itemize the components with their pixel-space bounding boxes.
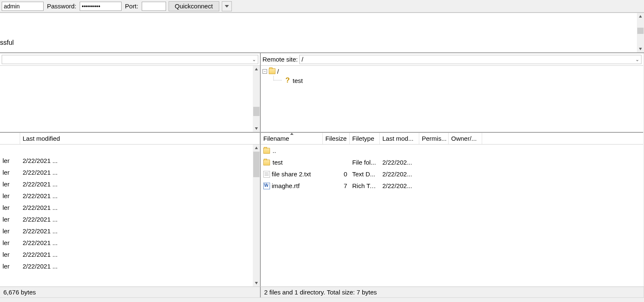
cell-last-modified: 2/22/202... bbox=[380, 159, 419, 166]
remote-tree[interactable]: − / ? test bbox=[261, 66, 643, 133]
cell-filetype: ler bbox=[0, 251, 20, 258]
password-label: Password: bbox=[46, 3, 77, 10]
svg-marker-1 bbox=[639, 48, 642, 50]
log-scrollbar[interactable] bbox=[637, 13, 644, 52]
folder-icon bbox=[263, 148, 270, 154]
remote-file-list[interactable]: Filename Filesize Filetype Last mod... P… bbox=[261, 133, 643, 287]
cell-filename: file share 2.txt bbox=[261, 170, 323, 178]
cell-last-modified: 2/22/202... bbox=[380, 182, 419, 189]
remote-site-input[interactable] bbox=[300, 55, 634, 64]
log-pane: ssful bbox=[0, 13, 644, 53]
list-item[interactable]: ler2/22/2021 ... bbox=[0, 190, 260, 201]
cell-filetype: ler bbox=[0, 192, 20, 199]
tree-collapse-icon[interactable]: − bbox=[262, 69, 267, 74]
tree-node-label: / bbox=[277, 68, 279, 75]
column-last-modified[interactable]: Last mod... bbox=[380, 133, 419, 144]
list-item[interactable]: ler2/22/2021 ... bbox=[0, 260, 260, 272]
cell-filetype: ler bbox=[0, 157, 20, 164]
scroll-down-icon[interactable] bbox=[253, 279, 260, 287]
cell-filetype: ler bbox=[0, 181, 20, 188]
cell-filename: test bbox=[261, 159, 323, 166]
list-item[interactable]: ler2/22/2021 ... bbox=[0, 155, 260, 166]
password-input[interactable] bbox=[80, 2, 122, 11]
cell-last-modified: 2/22/2021 ... bbox=[20, 157, 260, 164]
list-item[interactable]: imaghe.rtf7Rich Te...2/22/202... bbox=[261, 180, 643, 191]
column-permissions[interactable]: Permis... bbox=[419, 133, 449, 144]
username-input[interactable] bbox=[2, 2, 44, 11]
cell-filetype: Text D... bbox=[350, 170, 380, 178]
filename-label: imaghe.rtf bbox=[272, 182, 300, 189]
list-item[interactable]: ler2/22/2021 ... bbox=[0, 166, 260, 178]
cell-filetype: ler bbox=[0, 204, 20, 211]
scroll-down-icon[interactable] bbox=[637, 45, 644, 52]
local-site-bar: ⌄ bbox=[0, 53, 260, 66]
remote-site-label: Remote site: bbox=[262, 56, 298, 63]
list-item[interactable]: ler2/22/2021 ... bbox=[0, 225, 260, 237]
cell-last-modified: 2/22/2021 ... bbox=[20, 169, 260, 176]
cell-last-modified: 2/22/2021 ... bbox=[20, 239, 260, 246]
filename-label: test bbox=[273, 159, 283, 166]
cell-last-modified: 2/22/2021 ... bbox=[20, 227, 260, 235]
local-site-input[interactable] bbox=[2, 55, 250, 64]
svg-marker-2 bbox=[255, 68, 258, 70]
column-filetype-partial[interactable] bbox=[0, 133, 20, 144]
scroll-up-icon[interactable] bbox=[253, 66, 260, 73]
chevron-down-icon bbox=[225, 5, 229, 8]
column-filename-label: Filename bbox=[263, 135, 289, 142]
list-item[interactable]: ler2/22/2021 ... bbox=[0, 201, 260, 213]
local-site-combo[interactable]: ⌄ bbox=[2, 55, 258, 64]
column-filename[interactable]: Filename bbox=[261, 133, 323, 144]
folder-icon bbox=[269, 68, 275, 74]
local-tree[interactable] bbox=[0, 66, 260, 133]
list-item[interactable]: testFile fol...2/22/202... bbox=[261, 156, 643, 168]
cell-last-modified: 2/22/2021 ... bbox=[20, 216, 260, 223]
status-bar: 6,676 bytes 2 files and 1 directory. Tot… bbox=[0, 287, 644, 297]
list-item[interactable]: ler2/22/2021 ... bbox=[0, 213, 260, 225]
main-split: ⌄ Last modified ler2/22/2021 ...ler2/22/… bbox=[0, 53, 644, 287]
local-file-list[interactable]: Last modified ler2/22/2021 ...ler2/22/20… bbox=[0, 133, 260, 287]
cell-last-modified: 2/22/2021 ... bbox=[20, 204, 260, 211]
svg-marker-5 bbox=[255, 282, 258, 284]
list-item[interactable]: file share 2.txt0Text D...2/22/202... bbox=[261, 168, 643, 180]
quickconnect-bar: Password: Port: Quickconnect bbox=[0, 0, 644, 13]
remote-site-combo[interactable]: ⌄ bbox=[299, 55, 641, 64]
list-item[interactable]: ler2/22/2021 ... bbox=[0, 237, 260, 248]
filename-label: .. bbox=[273, 147, 276, 154]
cell-filename: .. bbox=[261, 147, 323, 154]
cell-filetype: ler bbox=[0, 227, 20, 235]
chevron-down-icon[interactable]: ⌄ bbox=[250, 57, 258, 62]
cell-last-modified: 2/22/2021 ... bbox=[20, 251, 260, 258]
cell-filetype: ler bbox=[0, 216, 20, 223]
cell-filesize: 7 bbox=[323, 182, 350, 189]
remote-site-bar: Remote site: ⌄ bbox=[261, 53, 643, 66]
cell-filetype: ler bbox=[0, 169, 20, 176]
column-filesize[interactable]: Filesize bbox=[323, 133, 350, 144]
list-item[interactable]: ler2/22/2021 ... bbox=[0, 178, 260, 190]
local-tree-scrollbar[interactable] bbox=[253, 66, 260, 132]
column-filetype[interactable]: Filetype bbox=[350, 133, 380, 144]
local-list-header: Last modified bbox=[0, 133, 260, 145]
quickconnect-history-dropdown[interactable] bbox=[222, 1, 232, 11]
cell-filetype: File fol... bbox=[350, 159, 380, 166]
tree-node-test[interactable]: ? test bbox=[273, 76, 641, 85]
svg-marker-4 bbox=[255, 147, 258, 149]
svg-marker-0 bbox=[639, 15, 642, 18]
list-item[interactable]: .. bbox=[261, 145, 643, 156]
cell-last-modified: 2/22/2021 ... bbox=[20, 181, 260, 188]
quickconnect-button[interactable]: Quickconnect bbox=[169, 1, 219, 11]
column-owner[interactable]: Owner/... bbox=[449, 133, 482, 144]
tree-node-root[interactable]: − / bbox=[262, 67, 641, 76]
local-panel: ⌄ Last modified ler2/22/2021 ...ler2/22/… bbox=[0, 53, 261, 287]
remote-panel: Remote site: ⌄ − / ? test bbox=[261, 53, 643, 287]
port-input[interactable] bbox=[142, 2, 166, 11]
list-item[interactable]: ler2/22/2021 ... bbox=[0, 248, 260, 260]
scroll-down-icon[interactable] bbox=[253, 125, 260, 132]
text-file-icon bbox=[263, 171, 270, 178]
remote-status: 2 files and 1 directory. Total size: 7 b… bbox=[261, 287, 644, 297]
unknown-folder-icon: ? bbox=[284, 77, 291, 84]
scroll-up-icon[interactable] bbox=[637, 13, 644, 20]
scroll-up-icon[interactable] bbox=[253, 145, 260, 152]
local-list-scrollbar[interactable] bbox=[253, 145, 260, 287]
column-last-modified[interactable]: Last modified bbox=[20, 133, 260, 144]
chevron-down-icon[interactable]: ⌄ bbox=[634, 57, 641, 62]
